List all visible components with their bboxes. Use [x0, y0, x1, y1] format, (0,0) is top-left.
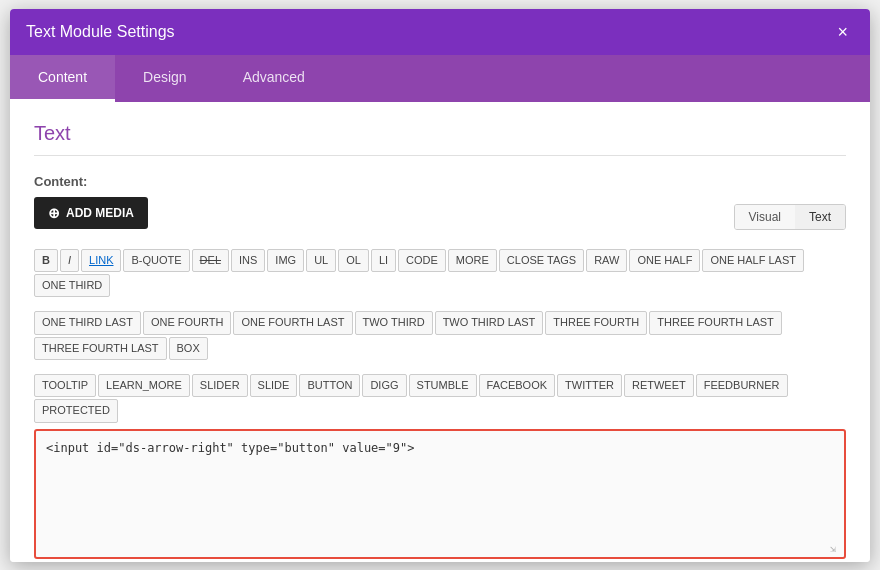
toolbar-stumble[interactable]: STUMBLE — [409, 374, 477, 397]
toolbar-close-tags[interactable]: CLOSE TAGS — [499, 249, 584, 272]
toolbar-b[interactable]: B — [34, 249, 58, 272]
toolbar-digg[interactable]: DIGG — [362, 374, 406, 397]
toolbar-ol[interactable]: OL — [338, 249, 369, 272]
view-toggle: Visual Text — [734, 204, 846, 230]
section-title: Text — [34, 122, 846, 156]
visual-view-button[interactable]: Visual — [735, 205, 795, 229]
toolbar-two-third[interactable]: TWO THIRD — [355, 311, 433, 334]
editor-content: <input id="ds-arrow-right" type="button"… — [46, 441, 834, 455]
toolbar-twitter[interactable]: TWITTER — [557, 374, 622, 397]
toolbar-learn-more[interactable]: LEARN_MORE — [98, 374, 190, 397]
toolbar-link[interactable]: LINK — [81, 249, 121, 272]
toolbar-box[interactable]: BOX — [169, 337, 208, 360]
toolbar-row-3: TOOLTIP LEARN_MORE SLIDER SLIDE BUTTON D… — [34, 366, 846, 423]
add-media-button[interactable]: ⊕ ADD MEDIA — [34, 197, 148, 229]
toolbar-raw[interactable]: RAW — [586, 249, 627, 272]
toolbar-one-fourth-last[interactable]: ONE FOURTH LAST — [233, 311, 352, 334]
modal-title-bar: Text Module Settings × — [10, 9, 870, 55]
modal-title: Text Module Settings — [26, 23, 175, 41]
toolbar-protected[interactable]: PROTECTED — [34, 399, 118, 422]
content-label: Content: — [34, 174, 846, 189]
toolbar-tooltip[interactable]: TOOLTIP — [34, 374, 96, 397]
text-view-button[interactable]: Text — [795, 205, 845, 229]
toolbar-bquote[interactable]: B-QUOTE — [123, 249, 189, 272]
toolbar-one-half[interactable]: ONE HALF — [629, 249, 700, 272]
toolbar-feedburner[interactable]: FEEDBURNER — [696, 374, 788, 397]
tabs-bar: Content Design Advanced — [10, 55, 870, 102]
toolbar-one-third-last[interactable]: ONE THIRD LAST — [34, 311, 141, 334]
editor-area[interactable]: <input id="ds-arrow-right" type="button"… — [34, 429, 846, 559]
toolbar-row-2: ONE THIRD LAST ONE FOURTH ONE FOURTH LAS… — [34, 303, 846, 360]
toolbar-two-third-last[interactable]: TWO THIRD LAST — [435, 311, 544, 334]
toolbar-row-1: B I LINK B-QUOTE DEL INS IMG UL OL LI CO… — [34, 241, 846, 298]
toolbar-three-fourth[interactable]: THREE FOURTH — [545, 311, 647, 334]
toolbar-slider[interactable]: SLIDER — [192, 374, 248, 397]
toolbar-ins[interactable]: INS — [231, 249, 265, 272]
tab-design[interactable]: Design — [115, 55, 215, 102]
toolbar-one-half-last[interactable]: ONE HALF LAST — [702, 249, 804, 272]
toolbar-ul[interactable]: UL — [306, 249, 336, 272]
toolbar-more[interactable]: MORE — [448, 249, 497, 272]
toolbar-code[interactable]: CODE — [398, 249, 446, 272]
toolbar-one-fourth[interactable]: ONE FOURTH — [143, 311, 232, 334]
toolbar-del[interactable]: DEL — [192, 249, 229, 272]
toolbar-retweet[interactable]: RETWEET — [624, 374, 694, 397]
toolbar-i[interactable]: I — [60, 249, 79, 272]
content-field: Content: ⊕ ADD MEDIA Visual Text B I LIN… — [34, 174, 846, 562]
toolbar-li[interactable]: LI — [371, 249, 396, 272]
close-button[interactable]: × — [831, 21, 854, 43]
tab-advanced[interactable]: Advanced — [215, 55, 333, 102]
toolbar-three-fourth-last[interactable]: THREE FOURTH LAST — [649, 311, 782, 334]
resize-handle[interactable]: ⇲ — [830, 543, 842, 555]
text-module-settings-modal: Text Module Settings × Content Design Ad… — [10, 9, 870, 562]
toolbar-img[interactable]: IMG — [267, 249, 304, 272]
add-media-icon: ⊕ — [48, 205, 60, 221]
toolbar-facebook[interactable]: FACEBOOK — [479, 374, 556, 397]
toolbar-button[interactable]: BUTTON — [299, 374, 360, 397]
toolbar-three-fourth-last-2[interactable]: THREE FOURTH LAST — [34, 337, 167, 360]
tab-content[interactable]: Content — [10, 55, 115, 102]
toolbar-slide[interactable]: SLIDE — [250, 374, 298, 397]
toolbar-one-third[interactable]: ONE THIRD — [34, 274, 110, 297]
modal-body: Text Content: ⊕ ADD MEDIA Visual Text B … — [10, 102, 870, 562]
